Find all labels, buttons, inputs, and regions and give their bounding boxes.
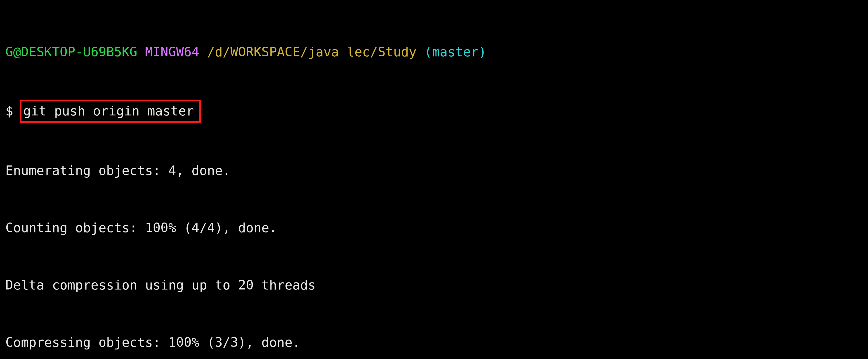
output-line: Counting objects: 100% (4/4), done. [5,218,863,237]
prompt-symbol: $ [5,104,13,118]
terminal-window[interactable]: G@DESKTOP-U69B5KG MINGW64 /d/WORKSPACE/j… [0,0,868,359]
prompt-line: G@DESKTOP-U69B5KG MINGW64 /d/WORKSPACE/j… [5,42,863,61]
prompt-cwd: /d/WORKSPACE/java_lec/Study [207,44,416,59]
output-line: Enumerating objects: 4, done. [5,161,863,180]
highlight-box: git push origin master [20,100,201,123]
prompt-user-host: G@DESKTOP-U69B5KG [5,44,137,59]
prompt-shell-env: MINGW64 [145,44,199,59]
command-line: $ git push origin master [5,100,863,123]
output-line: Compressing objects: 100% (3/3), done. [5,333,863,352]
command-text[interactable]: git push origin master [23,104,194,118]
output-line: Delta compression using up to 20 threads [5,275,863,295]
prompt-branch: (master) [424,44,487,59]
